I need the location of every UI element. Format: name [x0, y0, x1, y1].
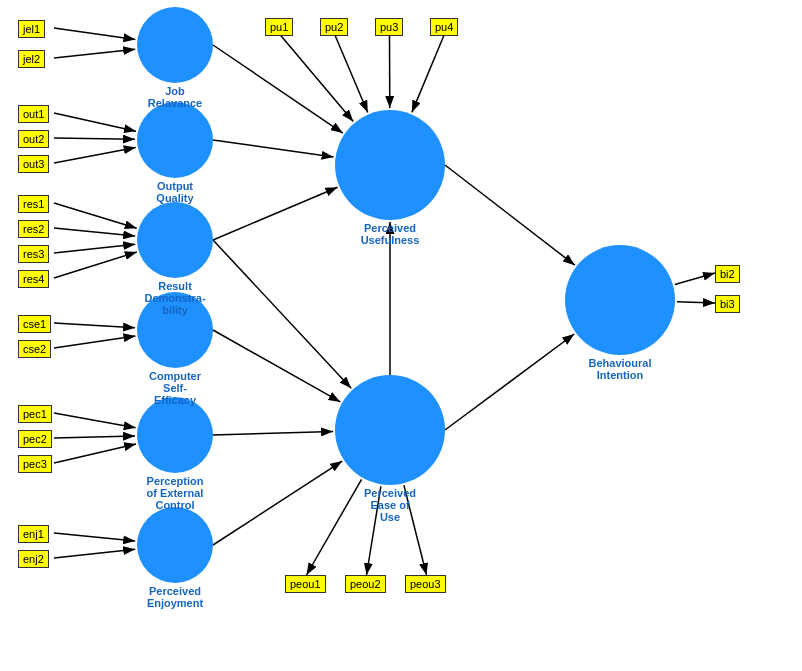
- box-peou1: peou1: [285, 575, 326, 593]
- svg-line-25: [213, 140, 334, 157]
- box-pec3: pec3: [18, 455, 52, 473]
- box-peou2: peou2: [345, 575, 386, 593]
- svg-line-13: [54, 436, 135, 438]
- svg-line-5: [54, 147, 136, 163]
- box-out1: out1: [18, 105, 49, 123]
- circle-label-result_d: ResultDemonstra-bility: [125, 280, 225, 316]
- circle-result_d: [137, 202, 213, 278]
- svg-line-16: [54, 549, 135, 558]
- box-res3: res3: [18, 245, 49, 263]
- svg-line-3: [54, 113, 136, 131]
- svg-line-32: [445, 165, 575, 265]
- circle-label-enj: PerceivedEnjoyment: [125, 585, 225, 609]
- box-res4: res4: [18, 270, 49, 288]
- svg-line-15: [54, 533, 135, 541]
- box-pu1: pu1: [265, 18, 293, 36]
- circle-pec: [137, 397, 213, 473]
- box-enj1: enj1: [18, 525, 49, 543]
- box-peou3: peou3: [405, 575, 446, 593]
- box-cse1: cse1: [18, 315, 51, 333]
- svg-line-12: [54, 413, 136, 428]
- svg-line-7: [54, 228, 135, 236]
- circle-label-pec: Perceptionof ExternalControl: [125, 475, 225, 511]
- svg-line-1: [54, 28, 135, 39]
- box-cse2: cse2: [18, 340, 51, 358]
- svg-line-10: [54, 323, 135, 328]
- svg-line-14: [54, 444, 136, 463]
- box-out3: out3: [18, 155, 49, 173]
- box-jel1: jel1: [18, 20, 45, 38]
- box-res2: res2: [18, 220, 49, 238]
- box-pec1: pec1: [18, 405, 52, 423]
- svg-line-35: [677, 302, 715, 303]
- svg-line-9: [54, 252, 137, 278]
- svg-line-20: [412, 34, 445, 112]
- circle-label-pu: PerceivedUsefulness: [340, 222, 440, 246]
- diagram-container: JobRelavanceOutputQualityResultDemonstra…: [0, 0, 802, 671]
- circle-label-cse: ComputerSelf-Efficacy: [125, 370, 225, 406]
- svg-line-28: [213, 330, 340, 402]
- svg-line-27: [213, 240, 351, 388]
- circle-bi: [565, 245, 675, 355]
- box-bi3: bi3: [715, 295, 740, 313]
- box-out2: out2: [18, 130, 49, 148]
- circle-label-job_rel: JobRelavance: [125, 85, 225, 109]
- box-res1: res1: [18, 195, 49, 213]
- svg-line-33: [445, 334, 574, 430]
- svg-line-2: [54, 49, 135, 58]
- svg-line-24: [213, 45, 343, 133]
- circle-label-output_q: OutputQuality: [125, 180, 225, 204]
- circle-pu: [335, 110, 445, 220]
- box-bi2: bi2: [715, 265, 740, 283]
- box-pu4: pu4: [430, 18, 458, 36]
- circle-peou: [335, 375, 445, 485]
- box-jel2: jel2: [18, 50, 45, 68]
- circle-enj: [137, 507, 213, 583]
- box-enj2: enj2: [18, 550, 49, 568]
- circle-label-bi: BehaviouralIntention: [570, 357, 670, 381]
- svg-line-8: [54, 244, 135, 253]
- svg-line-30: [213, 461, 342, 545]
- box-pu2: pu2: [320, 18, 348, 36]
- circle-job_rel: [137, 7, 213, 83]
- svg-line-17: [280, 34, 354, 121]
- svg-line-18: [335, 34, 368, 113]
- circle-output_q: [137, 102, 213, 178]
- circle-label-peou: PerceivedEase ofUse: [340, 487, 440, 523]
- svg-line-34: [675, 273, 715, 284]
- svg-line-6: [54, 203, 137, 228]
- box-pec2: pec2: [18, 430, 52, 448]
- svg-line-4: [54, 138, 135, 139]
- svg-line-26: [213, 187, 338, 240]
- box-pu3: pu3: [375, 18, 403, 36]
- svg-line-29: [213, 432, 333, 435]
- svg-line-11: [54, 336, 135, 348]
